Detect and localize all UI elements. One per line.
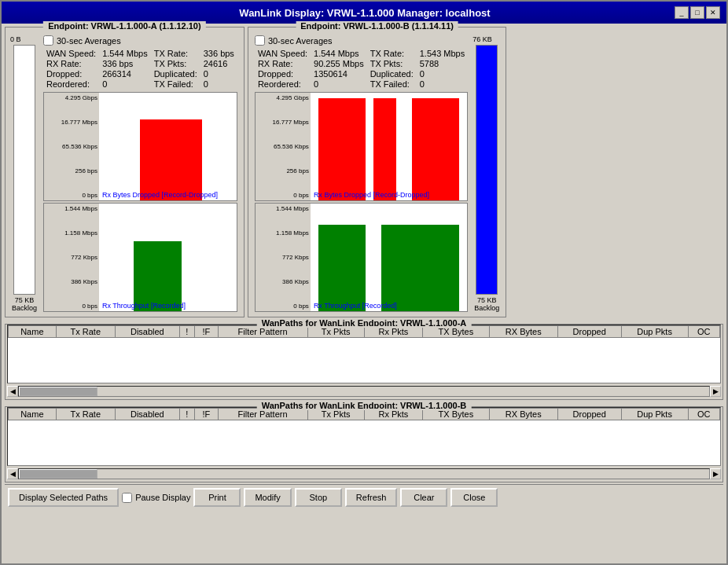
col-name-a[interactable]: Name [9,326,57,338]
close-button[interactable]: ✕ [706,6,720,19]
col-txrate-a[interactable]: Tx Rate [56,326,115,338]
tx-failed-label-a: TX Failed: [154,79,197,89]
throughput-chart-b: Rx Throughput [Recorded] [311,204,467,311]
avg-checkbox-row-a: 30-sec Averages [40,34,241,47]
clear-button[interactable]: Clear [400,488,447,507]
col-disabled-a[interactable]: Disabled [115,326,179,338]
col-exclaim-f-a[interactable]: !F [194,326,218,338]
scroll-right-b[interactable]: ▶ [710,468,721,479]
scrollbar-track-a[interactable] [18,386,710,397]
wanpaths-b-table-wrapper[interactable]: Name Tx Rate Disabled ! !F Filter Patter… [7,407,721,466]
avg-checkbox-a[interactable] [43,35,53,46]
avg-label-a: 30-sec Averages [57,36,121,46]
dropped-label-b: Dropped: [258,69,307,79]
col-filter-a[interactable]: Filter Pattern [218,326,307,338]
scrollbar-thumb-b[interactable] [19,469,97,479]
tx-pkts-value-b: 5788 [420,59,465,68]
col-rxpkts-a[interactable]: Rx Pkts [364,326,422,338]
dropped-label-overlay-a: Rx Bytes Dropped [Record-Dropped] [102,191,218,199]
rx-rate-label-a: RX Rate: [46,59,96,68]
scroll-left-a[interactable]: ◀ [7,386,18,397]
col-oc-b[interactable]: OC [688,409,719,420]
col-rxpkts-b[interactable]: Rx Pkts [364,409,422,420]
wan-speed-value-a: 1.544 Mbps [102,49,147,58]
scroll-right-a[interactable]: ▶ [710,386,721,397]
scrollbar-track-b[interactable] [18,468,710,479]
duplicated-value-b: 0 [420,69,465,79]
wanpaths-b-panel: WanPaths for WanLink Endpoint: VRWL-1.1.… [5,406,723,482]
endpoints-row: Endpoint: VRWL-1.1.000-A (1.1.12.10) 0 B… [5,27,723,317]
scrollbar-thumb-a[interactable] [19,387,97,396]
tx-pkts-label-a: TX Pkts: [154,59,197,68]
rx-rate-value-a: 336 bps [102,59,147,68]
dropped-value-a: 266314 [102,69,147,79]
tx-rate-label-b: TX Rate: [370,49,414,58]
col-txrate-b[interactable]: Tx Rate [56,409,115,420]
endpoint-a-title: Endpoint: VRWL-1.1.000-A (1.1.12.10) [43,21,205,31]
tx-failed-value-b: 0 [420,79,465,89]
main-window: WanLink Display: VRWL-1.1.000 Manager: l… [0,0,728,565]
rx-rate-label-b: RX Rate: [258,59,307,68]
backlog-top-label-a: 0 B [10,35,21,43]
duplicated-label-a: Duplicated: [154,69,197,79]
restore-button[interactable]: □ [690,6,704,19]
tx-rate-value-b: 1.543 Mbps [420,49,465,58]
display-selected-paths-button[interactable]: Display Selected Paths [8,488,119,507]
minimize-button[interactable]: _ [675,6,689,19]
col-txpkts-b[interactable]: Tx Pkts [307,409,364,420]
wan-speed-value-b: 1.544 Mbps [314,49,364,58]
backlog-canvas-a [13,45,35,295]
charts-a: 4.295 Gbps 16.777 Mbps 65.536 Kbps 256 b… [40,90,241,314]
close-button-bottom[interactable]: Close [450,488,498,507]
col-txpkts-a[interactable]: Tx Pkts [307,326,364,338]
col-exclaim-f-b[interactable]: !F [194,409,218,420]
stats-grid-b: WAN Speed: 1.544 Mbps TX Rate: 1.543 Mbp… [252,47,471,90]
tx-rate-label-a: TX Rate: [154,49,197,58]
print-button[interactable]: Print [193,488,241,507]
tx-pkts-label-b: TX Pkts: [370,59,414,68]
scroll-left-b[interactable]: ◀ [7,468,18,479]
col-name-b[interactable]: Name [9,409,57,420]
main-content: Endpoint: VRWL-1.1.000-A (1.1.12.10) 0 B… [2,24,726,563]
refresh-button[interactable]: Refresh [345,488,398,507]
col-exclaim-b[interactable]: ! [179,409,194,420]
tx-rate-value-a: 336 bps [204,49,234,58]
col-duppkts-a[interactable]: Dup Pkts [621,326,688,338]
dropped-chart-b: Rx Bytes Dropped [Record-Dropped] [311,93,467,200]
stats-grid-a: WAN Speed: 1.544 Mbps TX Rate: 336 bps R… [40,47,241,90]
avg-label-b: 30-sec Averages [268,36,333,46]
col-disabled-b[interactable]: Disabled [115,409,179,420]
bottom-bar: Display Selected Paths Pause Display Pri… [5,484,723,510]
pause-display-checkbox[interactable] [122,493,132,503]
tx-failed-value-a: 0 [204,79,234,89]
backlog-canvas-b [476,45,498,295]
col-rxbytes-b[interactable]: RX Bytes [489,409,557,420]
backlog-bottom-b: 75 KB Backlog [474,296,499,312]
reordered-label-a: Reordered: [46,79,96,89]
endpoint-b-panel: Endpoint: VRWL-1.1.000-B (1.1.14.11) 30-… [248,27,506,317]
wanpaths-a-header: Name Tx Rate Disabled ! !F Filter Patter… [9,326,720,338]
reordered-label-b: Reordered: [258,79,307,89]
dropped-value-b: 1350614 [314,69,364,79]
dropped-label-overlay-b: Rx Bytes Dropped [Record-Dropped] [314,191,429,199]
stop-button[interactable]: Stop [295,488,342,507]
endpoint-b-stats: 30-sec Averages WAN Speed: 1.544 Mbps TX… [252,34,471,314]
title-bar: WanLink Display: VRWL-1.1.000 Manager: l… [2,2,726,24]
col-dropped-a[interactable]: Dropped [557,326,621,338]
col-oc-a[interactable]: OC [688,326,719,338]
col-filter-b[interactable]: Filter Pattern [218,409,307,420]
wanpaths-a-table-wrapper[interactable]: Name Tx Rate Disabled ! !F Filter Patter… [7,325,721,383]
y-labels-dropped-b: 4.295 Gbps 16.777 Mbps 65.536 Kbps 256 b… [256,93,311,200]
duplicated-label-b: Duplicated: [370,69,414,79]
col-exclaim-a[interactable]: ! [179,326,194,338]
endpoint-a-stats: 30-sec Averages WAN Speed: 1.544 Mbps TX… [40,34,241,314]
backlog-bar-b: 76 KB 75 KB Backlog [471,34,502,314]
col-rxbytes-a[interactable]: RX Bytes [489,326,557,338]
col-txbytes-b[interactable]: TX Bytes [423,409,490,420]
col-duppkts-b[interactable]: Dup Pkts [621,409,688,420]
rx-rate-value-b: 90.255 Mbps [314,59,364,68]
avg-checkbox-b[interactable] [255,35,265,46]
col-txbytes-a[interactable]: TX Bytes [423,326,490,338]
modify-button[interactable]: Modify [244,488,291,507]
col-dropped-b[interactable]: Dropped [557,409,621,420]
